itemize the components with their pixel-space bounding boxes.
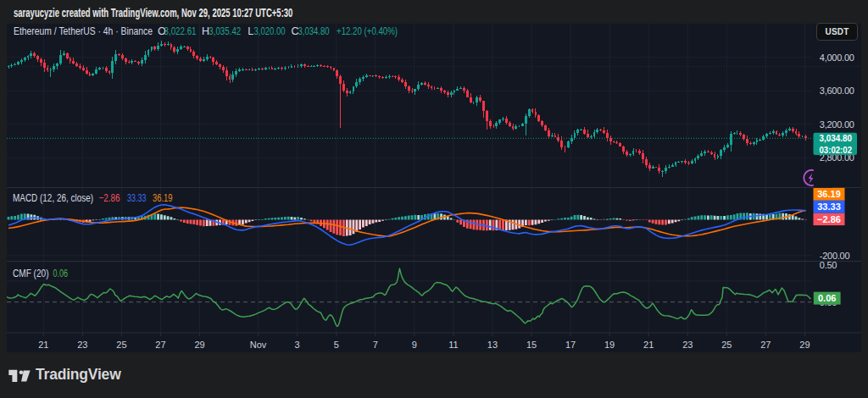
svg-text:9: 9 — [412, 340, 417, 350]
svg-text:-200.00: -200.00 — [820, 251, 850, 261]
svg-text:29: 29 — [194, 340, 204, 350]
svg-text:0.50: 0.50 — [820, 260, 837, 270]
svg-text:36.19: 36.19 — [153, 192, 173, 204]
svg-text:+12.20 (+0.40%): +12.20 (+0.40%) — [337, 25, 398, 37]
svg-text:27: 27 — [760, 340, 771, 350]
svg-text:36.19: 36.19 — [817, 189, 841, 199]
svg-text:4,000.00: 4,000.00 — [820, 53, 854, 63]
svg-text:7: 7 — [373, 340, 378, 350]
svg-text:3: 3 — [295, 340, 300, 350]
svg-text:25: 25 — [116, 340, 126, 350]
svg-text:3,034.80: 3,034.80 — [820, 133, 853, 143]
svg-text:29: 29 — [799, 340, 810, 350]
svg-text:23: 23 — [77, 340, 87, 350]
svg-text:25: 25 — [721, 340, 732, 350]
svg-text:3,020.00: 3,020.00 — [254, 25, 286, 37]
svg-text:−2.86: −2.86 — [99, 192, 120, 204]
svg-text:3,035.42: 3,035.42 — [209, 25, 241, 37]
svg-text:3,600.00: 3,600.00 — [820, 86, 854, 96]
svg-text:33.33: 33.33 — [127, 192, 147, 204]
svg-text:15: 15 — [526, 340, 537, 350]
svg-text:21: 21 — [643, 340, 654, 350]
svg-text:−2.86: −2.86 — [817, 214, 841, 224]
svg-text:27: 27 — [155, 340, 165, 350]
svg-text:L: L — [248, 25, 253, 37]
svg-text:MACD (12, 26, close): MACD (12, 26, close) — [13, 192, 93, 204]
svg-text:0.06: 0.06 — [53, 268, 69, 279]
svg-text:CMF (20): CMF (20) — [13, 268, 49, 279]
svg-text:3,034.80: 3,034.80 — [298, 25, 330, 37]
svg-text:23: 23 — [682, 340, 693, 350]
svg-text:5: 5 — [334, 340, 339, 350]
svg-text:03:02:02: 03:02:02 — [820, 145, 853, 155]
svg-text:11: 11 — [448, 340, 458, 350]
svg-text:Ethereum / TetherUS · 4h · Bin: Ethereum / TetherUS · 4h · Binance — [14, 25, 153, 37]
svg-text:33.33: 33.33 — [817, 202, 841, 212]
svg-text:3,022.61: 3,022.61 — [164, 25, 197, 37]
svg-text:Nov: Nov — [250, 340, 267, 350]
svg-text:13: 13 — [487, 340, 498, 350]
svg-text:21: 21 — [38, 340, 48, 350]
svg-text:3,200.00: 3,200.00 — [820, 119, 854, 130]
svg-text:17: 17 — [565, 340, 576, 350]
svg-text:0.06: 0.06 — [818, 293, 836, 303]
svg-text:19: 19 — [604, 340, 615, 350]
